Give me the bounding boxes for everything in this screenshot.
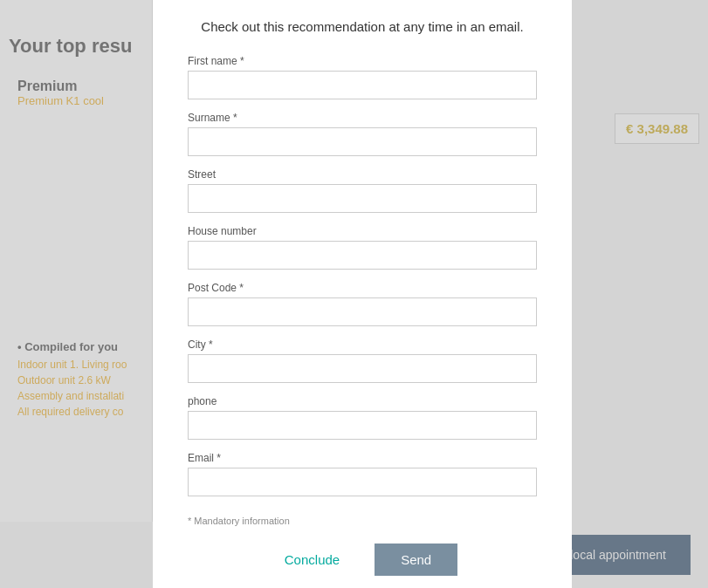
post-code-input[interactable] [188, 297, 537, 326]
post-code-group: Post Code * [188, 282, 537, 326]
phone-group: phone [188, 395, 537, 440]
phone-input[interactable] [188, 411, 537, 440]
surname-input[interactable] [188, 127, 537, 156]
phone-label: phone [188, 395, 537, 407]
street-label: Street [188, 168, 537, 181]
email-label: Email * [188, 452, 537, 464]
email-group: Email * [188, 452, 537, 496]
post-code-label: Post Code * [188, 282, 537, 294]
modal-actions: Conclude Send [188, 544, 537, 576]
first-name-input[interactable] [188, 71, 537, 99]
house-number-group: House number [188, 225, 537, 270]
city-group: City * [188, 338, 537, 383]
city-input[interactable] [188, 354, 537, 383]
city-label: City * [188, 338, 537, 351]
first-name-group: First name * [188, 55, 537, 99]
street-group: Street [188, 168, 537, 213]
street-input[interactable] [188, 184, 537, 213]
email-modal: Check out this recommendation at any tim… [153, 0, 572, 588]
modal-title: Check out this recommendation at any tim… [188, 17, 537, 36]
surname-label: Surname * [188, 112, 537, 124]
mandatory-note: * Mandatory information [188, 516, 537, 526]
email-input[interactable] [188, 468, 537, 496]
conclude-button[interactable]: Conclude [267, 544, 357, 576]
house-number-input[interactable] [188, 241, 537, 270]
first-name-label: First name * [188, 55, 537, 67]
send-button[interactable]: Send [375, 544, 457, 576]
surname-group: Surname * [188, 112, 537, 156]
house-number-label: House number [188, 225, 537, 237]
